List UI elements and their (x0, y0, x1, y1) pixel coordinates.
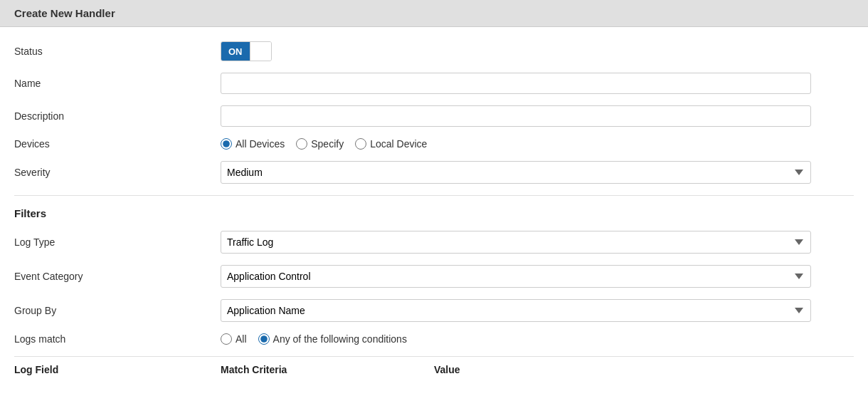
table-col-matchcriteria-header: Match Criteria (221, 364, 434, 375)
devices-radio-specify[interactable]: Specify (296, 138, 344, 150)
group-by-label: Group By (14, 305, 221, 316)
logs-match-label: Logs match (14, 333, 221, 345)
severity-row: Severity Low Medium High Critical (14, 161, 854, 184)
severity-label: Severity (14, 167, 221, 178)
devices-radio-local[interactable]: Local Device (355, 138, 427, 150)
logs-match-radio-all-label: All (235, 333, 247, 345)
logs-match-radio-any-input[interactable] (258, 333, 270, 345)
page-title: Create New Handler (0, 0, 868, 27)
logs-match-radio-any-label: Any of the following conditions (273, 333, 407, 345)
logs-match-radio-any[interactable]: Any of the following conditions (258, 333, 407, 345)
log-type-label: Log Type (14, 236, 221, 248)
event-category-row: Event Category Application Control IPS A… (14, 265, 854, 288)
name-label: Name (14, 78, 221, 89)
devices-radio-group: All Devices Specify Local Device (221, 138, 854, 150)
description-input[interactable] (221, 105, 811, 127)
name-control (221, 73, 854, 94)
devices-radio-local-label: Local Device (370, 138, 427, 150)
filters-heading: Filters (14, 207, 854, 219)
devices-radio-all-input[interactable] (221, 138, 232, 150)
group-by-control: Application Name Source IP Destination I… (221, 299, 854, 322)
table-col-logfield-header: Log Field (14, 364, 221, 375)
event-category-label: Event Category (14, 271, 221, 282)
status-label: Status (14, 46, 221, 57)
logs-match-control: All Any of the following conditions (221, 333, 854, 345)
devices-row: Devices All Devices Specify Local Device (14, 138, 854, 150)
logs-match-radio-group: All Any of the following conditions (221, 333, 854, 345)
devices-label: Devices (14, 138, 221, 150)
logs-match-radio-all[interactable]: All (221, 333, 247, 345)
devices-radio-all-label: All Devices (235, 138, 285, 150)
devices-radio-local-input[interactable] (355, 138, 366, 150)
status-control: ON (221, 41, 854, 61)
form-container: Status ON Name Description Devices All D… (0, 27, 868, 387)
severity-select[interactable]: Low Medium High Critical (221, 161, 811, 184)
devices-control: All Devices Specify Local Device (221, 138, 854, 150)
name-row: Name (14, 73, 854, 94)
description-label: Description (14, 110, 221, 122)
description-row: Description (14, 105, 854, 127)
log-type-select[interactable]: Traffic Log Event Log Security Log (221, 231, 811, 254)
logs-match-row: Logs match All Any of the following cond… (14, 333, 854, 345)
toggle-off-button[interactable] (250, 42, 271, 61)
event-category-control: Application Control IPS Antivirus (221, 265, 854, 288)
toggle-switch[interactable]: ON (221, 41, 272, 61)
devices-radio-specify-input[interactable] (296, 138, 307, 150)
logs-match-radio-all-input[interactable] (221, 333, 232, 345)
log-type-control: Traffic Log Event Log Security Log (221, 231, 854, 254)
table-col-value-header: Value (434, 364, 460, 375)
devices-radio-all[interactable]: All Devices (221, 138, 285, 150)
devices-radio-specify-label: Specify (311, 138, 344, 150)
description-control (221, 105, 854, 127)
group-by-select[interactable]: Application Name Source IP Destination I… (221, 299, 811, 322)
toggle-on-button[interactable]: ON (221, 42, 250, 61)
section-divider (14, 195, 854, 196)
group-by-row: Group By Application Name Source IP Dest… (14, 299, 854, 322)
table-header: Log Field Match Criteria Value (14, 356, 854, 380)
status-row: Status ON (14, 41, 854, 61)
severity-control: Low Medium High Critical (221, 161, 854, 184)
event-category-select[interactable]: Application Control IPS Antivirus (221, 265, 811, 288)
name-input[interactable] (221, 73, 811, 94)
log-type-row: Log Type Traffic Log Event Log Security … (14, 231, 854, 254)
